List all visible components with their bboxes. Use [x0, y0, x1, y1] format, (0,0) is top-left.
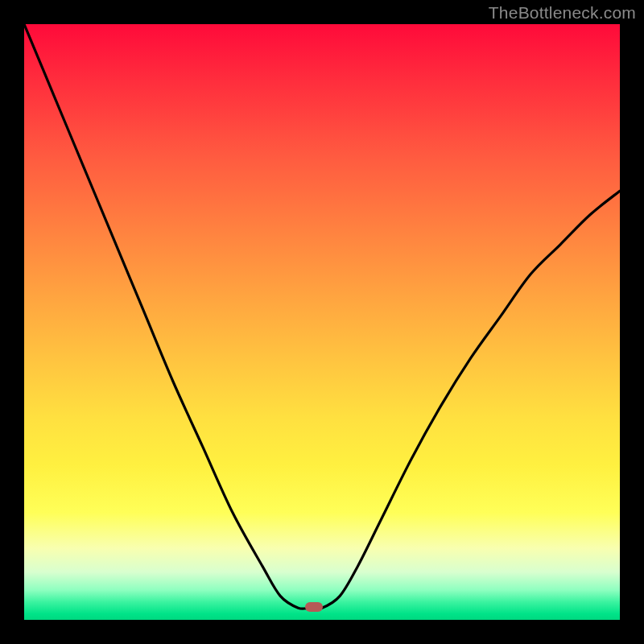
plot-area [24, 24, 620, 620]
watermark-text: TheBottleneck.com [489, 3, 636, 23]
bottleneck-curve [24, 24, 620, 620]
optimal-point-marker [305, 602, 323, 612]
chart-frame: TheBottleneck.com [0, 0, 644, 644]
